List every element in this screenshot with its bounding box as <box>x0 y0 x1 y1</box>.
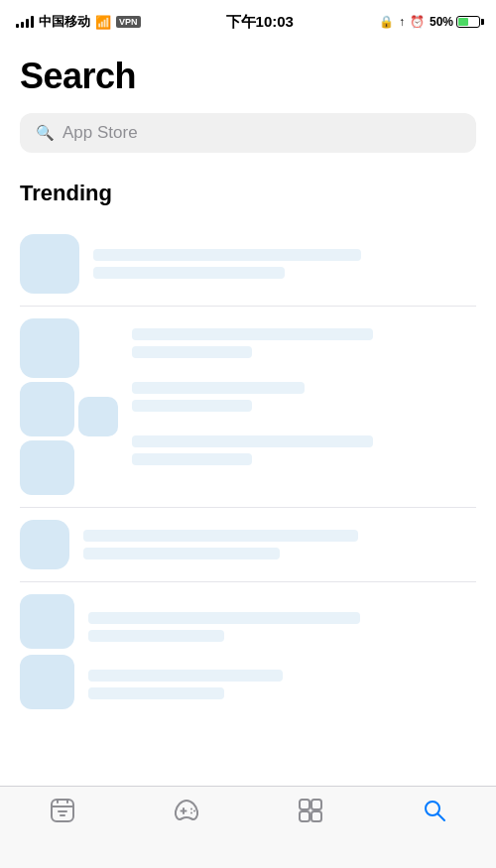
list-item[interactable] <box>20 222 476 307</box>
text-placeholders <box>132 382 476 412</box>
tab-bar <box>0 786 496 868</box>
games-icon <box>173 797 200 824</box>
list-item[interactable] <box>20 508 476 582</box>
search-bar[interactable]: 🔍 App Store <box>20 113 476 153</box>
svg-point-9 <box>193 810 195 812</box>
page-title: Search <box>20 56 476 97</box>
text-line <box>83 530 358 542</box>
tab-today[interactable] <box>0 797 124 824</box>
search-tab-icon <box>421 797 448 824</box>
app-icons-group <box>20 594 74 709</box>
text-placeholders <box>88 670 476 699</box>
alarm-icon: ⏰ <box>410 15 425 29</box>
svg-point-10 <box>190 812 192 814</box>
text-line <box>93 249 361 261</box>
tab-apps[interactable] <box>248 797 372 824</box>
vpn-badge: VPN <box>116 16 141 28</box>
text-line <box>132 382 305 394</box>
apps-icon <box>297 797 324 824</box>
text-placeholders <box>83 530 476 559</box>
today-icon <box>49 797 76 824</box>
battery: 50% <box>430 15 480 29</box>
text-placeholders <box>132 328 476 358</box>
list-item[interactable] <box>20 307 476 508</box>
app-icon <box>20 594 74 649</box>
battery-fill <box>458 18 468 26</box>
svg-rect-4 <box>58 810 67 812</box>
svg-rect-13 <box>300 811 310 821</box>
battery-icon <box>456 16 480 28</box>
svg-rect-2 <box>66 799 68 804</box>
text-line <box>88 670 283 682</box>
svg-rect-1 <box>57 799 59 804</box>
text-line <box>132 400 252 412</box>
svg-rect-12 <box>311 800 321 809</box>
text-placeholders <box>93 249 476 279</box>
app-icon <box>20 382 74 436</box>
text-placeholders <box>88 612 476 642</box>
list-item[interactable] <box>20 582 476 721</box>
location-icon: ↑ <box>399 15 405 29</box>
trending-title: Trending <box>20 181 476 206</box>
search-icon: 🔍 <box>36 124 55 142</box>
trending-list <box>20 222 476 721</box>
main-content: Search 🔍 App Store Trending <box>0 56 496 721</box>
text-line <box>132 328 373 340</box>
text-line <box>88 687 224 699</box>
status-bar: 中国移动 📶 VPN 下午10:03 🔒 ↑ ⏰ 50% <box>0 0 496 44</box>
svg-line-16 <box>437 814 444 821</box>
signal-icon <box>16 16 34 28</box>
app-icon <box>20 520 69 569</box>
status-left: 中国移动 📶 VPN <box>16 13 141 31</box>
svg-point-8 <box>190 808 192 810</box>
trending-section: Trending <box>20 181 476 721</box>
tab-search[interactable] <box>372 797 496 824</box>
text-line <box>132 346 252 358</box>
status-time: 下午10:03 <box>226 13 294 32</box>
text-line <box>132 435 373 447</box>
svg-rect-11 <box>300 800 310 809</box>
text-line <box>88 612 360 624</box>
text-line <box>88 630 224 642</box>
app-icon <box>20 440 74 495</box>
lock-icon: 🔒 <box>379 15 394 29</box>
tab-games[interactable] <box>124 797 248 824</box>
svg-rect-5 <box>60 814 65 816</box>
text-line <box>93 267 285 279</box>
svg-rect-14 <box>311 811 321 821</box>
app-icon <box>20 234 79 294</box>
search-placeholder: App Store <box>62 123 138 143</box>
svg-rect-3 <box>52 806 73 807</box>
carrier-name: 中国移动 <box>39 13 90 31</box>
app-icon <box>20 318 79 378</box>
app-icon <box>78 397 118 436</box>
text-line <box>83 548 280 559</box>
text-placeholders <box>132 435 476 465</box>
wifi-icon: 📶 <box>95 15 111 30</box>
status-right: 🔒 ↑ ⏰ 50% <box>379 15 480 29</box>
app-icon <box>20 655 74 709</box>
battery-percent: 50% <box>430 15 453 29</box>
text-line <box>132 453 252 465</box>
